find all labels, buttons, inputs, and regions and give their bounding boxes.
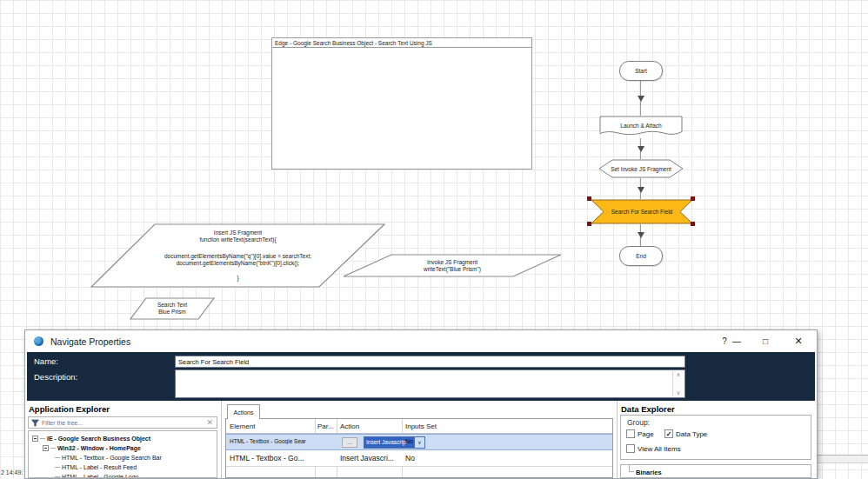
- data-item-search-text[interactable]: Search Text Blue Prism: [129, 296, 216, 321]
- row-action: Insert Javascri...: [340, 454, 400, 462]
- stage-navigate-selected[interactable]: Search For Search Field: [591, 199, 693, 224]
- tree-item-window[interactable]: Win32 - Window - HomePage: [43, 443, 141, 452]
- data-items-tree[interactable]: Binaries: [620, 464, 811, 478]
- clear-filter-icon[interactable]: ✕: [206, 419, 213, 427]
- dialog-titlebar[interactable]: Navigate Properties: [25, 330, 817, 352]
- checkbox-checked-icon[interactable]: ✓: [664, 429, 673, 438]
- selection-handle[interactable]: [587, 222, 591, 226]
- scroll-down-icon[interactable]: ∨: [677, 390, 681, 396]
- col-inputs-set[interactable]: Inputs Set: [405, 422, 437, 430]
- filter-icon: [31, 419, 39, 427]
- actions-table-header: Element Par... Action Inputs Set: [226, 419, 612, 434]
- application-tree[interactable]: IE - Google Search Business Object Win32…: [28, 430, 217, 478]
- panel-splitter[interactable]: [221, 401, 222, 478]
- insert-js-code2: document.getElementsByName("btnK")[0].cl…: [164, 260, 311, 267]
- actions-table[interactable]: Element Par... Action Inputs Set HTML - …: [225, 418, 613, 478]
- tree-group-binaries[interactable]: Binaries: [636, 469, 662, 476]
- col-element[interactable]: Element: [230, 422, 255, 430]
- name-input[interactable]: [175, 356, 685, 368]
- selection-handle[interactable]: [691, 222, 695, 226]
- minimize-button[interactable]: —: [730, 330, 744, 352]
- data-item-value: Blue Prism: [157, 309, 187, 316]
- page-label: Edge - Google Search Business Object - S…: [272, 38, 531, 48]
- page-label-box[interactable]: Edge - Google Search Business Object - S…: [271, 37, 532, 170]
- description-label: Description:: [34, 372, 77, 382]
- description-input[interactable]: ∧ ∨: [175, 369, 685, 398]
- arrowhead-icon: [638, 187, 644, 193]
- row-element: HTML - Textbox - Google Sear: [230, 438, 313, 444]
- invoke-js-line1: Invoke JS Fragment: [424, 259, 481, 266]
- note-invoke-js-fragment[interactable]: Invoke JS Fragment writeText("Blue Prism…: [342, 253, 563, 278]
- tree-connector: [629, 465, 634, 472]
- selection-handle[interactable]: [691, 196, 695, 201]
- actions-row-selected[interactable]: HTML - Textbox - Google Sear ... Insert …: [226, 434, 612, 450]
- stage-set-invoke[interactable]: Set Invoke JS Fragment: [598, 159, 684, 178]
- data-item-name: Search Text: [157, 302, 187, 309]
- scroll-up-icon[interactable]: ∧: [677, 372, 681, 377]
- application-explorer-title: Application Explorer: [29, 404, 110, 414]
- tree-item-result-feed[interactable]: HTML - Label - Result Feed: [55, 462, 137, 471]
- checkbox-view-all-items[interactable]: View All Items: [626, 444, 681, 453]
- maximize-button[interactable]: □: [756, 330, 775, 352]
- tab-actions[interactable]: Actions: [227, 404, 260, 419]
- row-inputs: No: [405, 454, 415, 462]
- checkbox-page[interactable]: Page: [626, 429, 654, 438]
- panel-splitter[interactable]: [617, 401, 618, 478]
- close-button[interactable]: ✕: [789, 330, 808, 352]
- stage-start[interactable]: Start: [619, 61, 663, 81]
- tree-item-root[interactable]: IE - Google Search Business Object: [32, 434, 150, 442]
- arrowhead-icon: [638, 232, 644, 238]
- tree-item-google-logo[interactable]: HTML - Label - Google Logo: [55, 472, 138, 478]
- filter-input[interactable]: [42, 418, 206, 427]
- col-params[interactable]: Par...: [317, 422, 334, 430]
- group-options: Group: Page ✓ Data Type View All Items: [620, 415, 811, 460]
- arrowhead-icon: [638, 146, 644, 152]
- checkbox-icon[interactable]: [626, 429, 635, 438]
- checkbox-data-type[interactable]: ✓ Data Type: [664, 429, 707, 438]
- row-inputs: No: [405, 438, 413, 444]
- params-button[interactable]: ...: [342, 437, 357, 448]
- action-dropdown[interactable]: Insert Javascrip ∨: [364, 436, 425, 449]
- tree-expander-icon[interactable]: [32, 436, 38, 442]
- chevron-down-icon[interactable]: ∨: [414, 437, 424, 448]
- tree-item-textbox[interactable]: HTML - Textbox - Google Search Bar: [55, 453, 162, 462]
- tree-expander-icon[interactable]: [43, 445, 49, 451]
- status-clock: 2 14:49:: [1, 469, 23, 476]
- data-explorer-title: Data Explorer: [621, 404, 675, 414]
- insert-js-close: }: [164, 275, 311, 282]
- col-action[interactable]: Action: [340, 422, 359, 430]
- row-element: HTML - Textbox - Go...: [230, 454, 313, 462]
- insert-js-code1: document.getElementsByName("q")[0].value…: [164, 253, 311, 260]
- insert-js-title: Insert JS Fragment: [164, 230, 311, 236]
- stage-end[interactable]: End: [619, 246, 663, 266]
- insert-js-fn: function writeText(searchText){: [164, 236, 311, 243]
- name-label: Name:: [34, 356, 58, 366]
- invoke-js-line2: writeText("Blue Prism"): [424, 266, 481, 273]
- arrowhead-icon: [638, 96, 644, 102]
- navigate-properties-dialog: Navigate Properties ? — □ ✕ Name: Descri…: [24, 329, 818, 479]
- description-scrollbar[interactable]: ∧ ∨: [672, 371, 684, 396]
- checkbox-icon[interactable]: [626, 444, 635, 453]
- canvas-scrollbar[interactable]: [815, 455, 868, 463]
- stage-launch-attach[interactable]: Launch & Attach: [599, 116, 683, 138]
- dialog-title: Navigate Properties: [50, 336, 130, 347]
- name-description-panel: Name: Description: ∧ ∨: [27, 352, 815, 401]
- blue-prism-logo-icon: [34, 336, 43, 346]
- actions-row[interactable]: HTML - Textbox - Go... Insert Javascri..…: [226, 450, 612, 467]
- tree-filter[interactable]: ✕: [28, 416, 217, 429]
- selection-handle[interactable]: [587, 196, 591, 201]
- group-label: Group:: [627, 418, 650, 427]
- blue-prism-studio: Edge - Google Search Business Object - S…: [0, 0, 868, 479]
